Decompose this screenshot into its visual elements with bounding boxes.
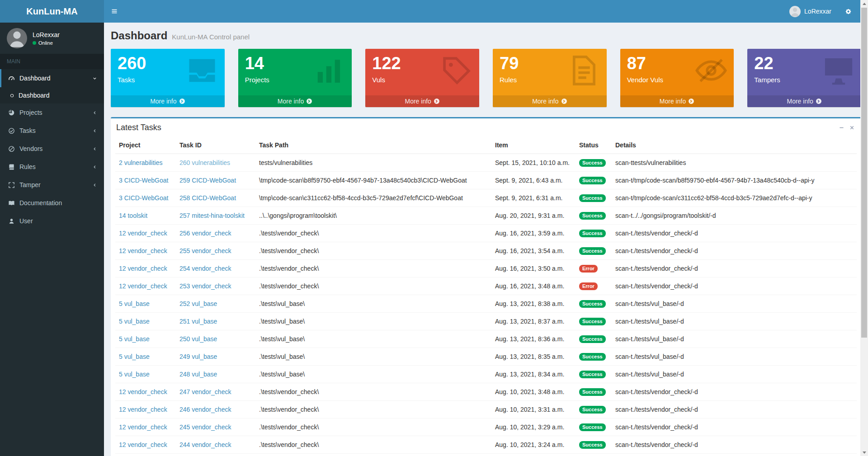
- more-info-label: More info: [787, 98, 813, 105]
- task-path: ..\..\gongsi\program\toolskit\: [255, 207, 491, 225]
- user-icon: [8, 218, 15, 225]
- project-link[interactable]: 12 vendor_check: [119, 247, 167, 254]
- status-badge: Success: [579, 247, 606, 255]
- scrollbar-thumb[interactable]: [861, 8, 867, 338]
- table-row: 5 vul_base252 vul_base.\tests\vul_base\A…: [115, 295, 857, 313]
- task-path: tests/vulnerabilities: [255, 154, 491, 172]
- sidebar: KunLun-MA LoRexxar Online MAIN Dashboard…: [0, 0, 104, 456]
- sidebar-item-dashboard[interactable]: Dashboard: [0, 69, 104, 87]
- sidebar-toggle-button[interactable]: [104, 0, 124, 23]
- project-link[interactable]: 2 vulnerabilities: [119, 159, 163, 166]
- task-id-link[interactable]: 252 vul_base: [179, 300, 217, 307]
- project-link[interactable]: 12 vendor_check: [119, 230, 167, 237]
- project-link[interactable]: 3 CICD-WebGoat: [119, 177, 168, 184]
- project-link[interactable]: 14 toolskit: [119, 212, 147, 219]
- sidebar-subitem-dashboard[interactable]: Dashboard: [0, 87, 104, 103]
- task-id-link[interactable]: 255 vendor_check: [179, 247, 231, 254]
- scroll-down-icon[interactable]: [860, 449, 868, 456]
- page-scrollbar[interactable]: [860, 0, 868, 456]
- project-link[interactable]: 5 vul_base: [119, 300, 150, 307]
- settings-button[interactable]: [838, 0, 859, 23]
- project-link[interactable]: 12 vendor_check: [119, 441, 167, 448]
- collapse-button[interactable]: [838, 124, 845, 132]
- task-id-link[interactable]: 259 CICD-WebGoat: [179, 177, 236, 184]
- project-link[interactable]: 12 vendor_check: [119, 423, 167, 431]
- arrow-circle-right-icon: [434, 98, 440, 104]
- sidebar-item-tasks[interactable]: Tasks: [0, 122, 104, 140]
- chevron-left-icon: [92, 128, 97, 133]
- arrow-circle-right-icon: [306, 98, 312, 104]
- project-link[interactable]: 12 vendor_check: [119, 265, 167, 272]
- task-id-link[interactable]: 250 vul_base: [179, 335, 217, 343]
- sidebar-item-label: Rules: [19, 163, 36, 170]
- status-badge: Success: [579, 441, 606, 449]
- task-item-date: Aug. 10, 2021, 3:24 a.m.: [491, 436, 576, 454]
- task-details: scan-t./tests/vul_base/-d: [612, 348, 857, 366]
- more-info-link[interactable]: More info: [620, 95, 734, 107]
- chevron-left-icon: [92, 165, 97, 169]
- user-status[interactable]: Online: [33, 40, 60, 46]
- table-row: 12 vendor_check255 vendor_check.\tests\v…: [115, 242, 857, 260]
- app-logo[interactable]: KunLun-MA: [0, 0, 104, 23]
- sidebar-item-user[interactable]: User: [0, 212, 104, 230]
- task-id-link[interactable]: 251 vul_base: [179, 318, 217, 325]
- task-id-link[interactable]: 244 vendor_check: [179, 441, 231, 448]
- sidebar-item-label: Documentation: [19, 199, 62, 207]
- project-link[interactable]: 5 vul_base: [119, 335, 150, 343]
- task-id-link[interactable]: 260 vulnerabilities: [179, 159, 230, 166]
- status-badge: Success: [579, 388, 606, 396]
- sidebar-item-projects[interactable]: Projects: [0, 103, 104, 122]
- task-id-link[interactable]: 253 vendor_check: [179, 282, 231, 290]
- project-link[interactable]: 5 vul_base: [119, 318, 150, 325]
- task-path: .\tests\vendor_check\: [255, 260, 491, 277]
- infobox-vuls: 122VulsMore info: [365, 49, 479, 107]
- project-link[interactable]: 12 vendor_check: [119, 406, 167, 413]
- project-link[interactable]: 12 vendor_check: [119, 388, 167, 395]
- menu-icon: [111, 8, 118, 15]
- sidebar-item-documentation[interactable]: Documentation: [0, 194, 104, 212]
- col-task-path: Task Path: [255, 137, 491, 154]
- project-link[interactable]: 5 vul_base: [119, 371, 150, 378]
- status-badge: Success: [579, 159, 606, 167]
- sidebar-item-tamper[interactable]: Tamper: [0, 176, 104, 194]
- latest-tasks-panel: Latest Tasks ProjectTask IDTask PathItem…: [111, 117, 861, 456]
- sidebar-item-rules[interactable]: Rules: [0, 158, 104, 176]
- task-details: scan-t./tests/vul_base/-d: [612, 313, 857, 330]
- task-id-link[interactable]: 257 mitest-hina-toolskit: [179, 212, 245, 219]
- project-link[interactable]: 3 CICD-WebGoat: [119, 194, 168, 202]
- more-info-link[interactable]: More info: [111, 95, 225, 107]
- scroll-up-icon[interactable]: [860, 0, 868, 7]
- more-info-link[interactable]: More info: [493, 95, 607, 107]
- task-id-link[interactable]: 249 vul_base: [179, 353, 217, 360]
- task-id-link[interactable]: 256 vendor_check: [179, 230, 231, 237]
- task-item-date: Aug. 10, 2021, 3:31 a.m.: [491, 401, 576, 418]
- task-details: scan-t/tmp/code-scan/b8f59750-ebf4-4567-…: [612, 172, 857, 189]
- app-title: KunLun-MA: [26, 6, 77, 17]
- project-link[interactable]: 12 vendor_check: [119, 282, 167, 290]
- project-link[interactable]: 5 vul_base: [119, 353, 150, 360]
- check-circle-icon: [8, 127, 15, 134]
- more-info-link[interactable]: More info: [238, 95, 352, 107]
- infobox-tasks: 260TasksMore info: [111, 49, 225, 107]
- task-id-link[interactable]: 247 vendor_check: [179, 388, 231, 395]
- task-id-link[interactable]: 246 vendor_check: [179, 406, 231, 413]
- navbar-user-menu[interactable]: LoRexxar: [783, 0, 838, 23]
- chevron-down-icon: [92, 76, 97, 81]
- sidebar-subitem-label: Dashboard: [19, 92, 50, 99]
- table-row: 5 vul_base249 vul_base.\tests\vul_base\A…: [115, 348, 857, 366]
- task-id-link[interactable]: 258 CICD-WebGoat: [179, 194, 236, 202]
- more-info-link[interactable]: More info: [747, 95, 861, 107]
- task-id-link[interactable]: 245 vendor_check: [179, 423, 231, 431]
- inbox-icon: [185, 53, 219, 88]
- close-button[interactable]: [848, 124, 856, 132]
- task-id-link[interactable]: 254 vendor_check: [179, 265, 231, 272]
- task-item-date: Aug. 13, 2021, 8:38 a.m.: [491, 295, 576, 313]
- table-row: 12 vendor_check253 vendor_check.\tests\v…: [115, 277, 857, 295]
- arrow-circle-right-icon: [816, 98, 822, 104]
- task-id-link[interactable]: 248 vul_base: [179, 371, 217, 378]
- table-row: 12 vendor_check246 vendor_check.\tests\v…: [115, 401, 857, 418]
- task-item-date: Aug. 13, 2021, 8:35 a.m.: [491, 348, 576, 366]
- user-status-label: Online: [38, 40, 53, 46]
- more-info-link[interactable]: More info: [365, 95, 479, 107]
- sidebar-item-vendors[interactable]: Vendors: [0, 140, 104, 158]
